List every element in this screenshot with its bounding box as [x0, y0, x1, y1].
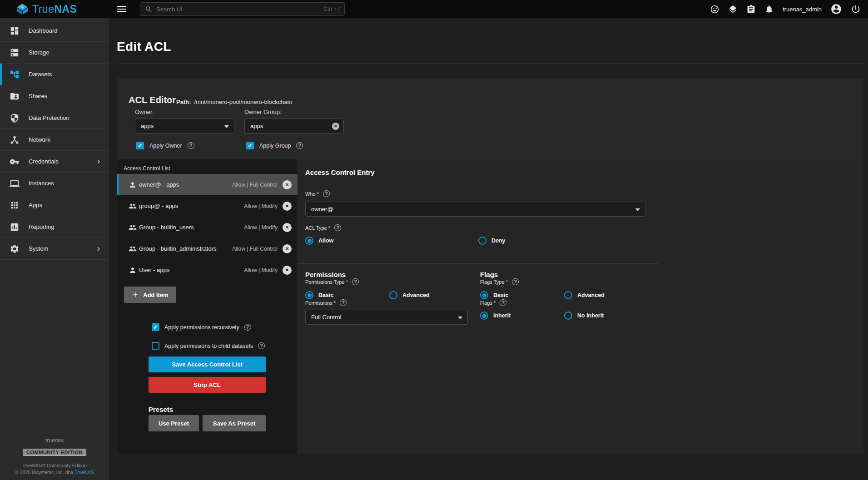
permissions-type-label: Permissions Type * — [305, 278, 480, 285]
group-icon — [129, 202, 137, 210]
owner-select[interactable]: apps — [135, 119, 234, 134]
sidebar-item-label: System — [29, 245, 48, 252]
add-item-button[interactable]: Add Item — [124, 287, 176, 303]
save-as-preset-button[interactable]: Save As Preset — [203, 415, 266, 431]
power-icon[interactable] — [851, 4, 861, 14]
flags-label: Flags * — [480, 299, 671, 306]
delete-entry-icon[interactable] — [283, 180, 292, 189]
copyright-text: © 2025 iXsystems, Inc. dba TrueNAS — [0, 470, 109, 475]
acl-entry-row[interactable]: User - apps Allow | Modify — [117, 259, 298, 281]
acl-editor-card: ACL Editor Path: /mnt/monero-pool/monero… — [117, 79, 863, 454]
flags-type-radio-group: Basic Advanced — [480, 291, 671, 299]
truenas-link[interactable]: TrueNAS — [74, 470, 94, 475]
use-preset-button[interactable]: Use Preset — [149, 415, 199, 431]
flags-inherit-radio[interactable]: Inherit — [480, 312, 564, 320]
help-icon[interactable] — [188, 142, 194, 149]
page-title: Edit ACL — [117, 40, 171, 54]
storage-icon — [10, 48, 20, 58]
search-box: Ctrl + / — [140, 2, 345, 16]
shield-icon — [10, 113, 20, 123]
acl-type-radio-group: Allow Deny — [305, 237, 651, 245]
username[interactable]: truenas_admin — [783, 6, 822, 13]
sidebar-item-label: Storage — [29, 49, 50, 56]
apply-owner-checkbox[interactable] — [136, 142, 144, 149]
flags-type-label: Flags Type * — [480, 278, 671, 285]
apply-group-checkbox-row: Apply Group — [246, 142, 303, 149]
help-icon[interactable] — [512, 278, 519, 285]
notifications-icon[interactable] — [764, 5, 774, 14]
permissions-type-radio-group: Basic Advanced — [305, 291, 480, 299]
help-icon[interactable] — [296, 142, 303, 149]
recursive-checkbox[interactable] — [152, 323, 159, 331]
help-icon[interactable] — [258, 342, 265, 349]
delete-entry-icon[interactable] — [283, 244, 292, 253]
sidebar-item-dashboard[interactable]: Dashboard — [0, 20, 109, 42]
truecommand-icon[interactable] — [728, 5, 738, 14]
feedback-icon[interactable] — [710, 5, 719, 14]
save-acl-button[interactable]: Save Access Control List — [149, 356, 266, 372]
sidebar-item-credentials[interactable]: Credentials — [0, 151, 109, 173]
acl-split-area: Access Control List owner@ - apps Allow … — [117, 159, 863, 454]
menu-icon[interactable] — [117, 5, 126, 14]
shared-folder-icon — [10, 91, 20, 101]
flags-no-inherit-radio[interactable]: No Inherit — [564, 312, 648, 320]
help-icon[interactable] — [334, 224, 341, 231]
strip-acl-button[interactable]: Strip ACL — [149, 377, 266, 393]
hostname: truenas — [0, 437, 109, 444]
acl-type-deny-radio[interactable]: Deny — [478, 237, 651, 245]
help-icon[interactable] — [500, 299, 506, 306]
ace-heading: Access Control Entry — [305, 168, 375, 176]
network-hub-icon — [10, 135, 20, 145]
sidebar-item-data-protection[interactable]: Data Protection — [0, 107, 109, 129]
permissions-select[interactable]: Full Control — [305, 310, 468, 325]
clear-icon[interactable] — [332, 123, 339, 130]
sidebar-item-shares[interactable]: Shares — [0, 85, 109, 107]
sidebar-item-label: Data Protection — [29, 114, 69, 121]
owner-group-input[interactable]: apps — [244, 119, 344, 134]
delete-entry-icon[interactable] — [283, 223, 292, 232]
search-icon — [145, 5, 153, 13]
apply-group-checkbox[interactable] — [246, 142, 254, 149]
chevron-down-icon — [635, 208, 640, 211]
help-icon[interactable] — [352, 278, 359, 285]
sidebar-item-network[interactable]: Network — [0, 129, 109, 151]
flags-type-basic-radio[interactable]: Basic — [480, 291, 564, 299]
delete-entry-icon[interactable] — [283, 202, 292, 211]
jobs-icon[interactable] — [746, 5, 756, 14]
user-avatar-icon[interactable] — [830, 3, 842, 15]
sidebar-item-datasets[interactable]: Datasets — [0, 64, 109, 85]
sidebar-item-apps[interactable]: Apps — [0, 194, 109, 216]
sidebar-item-instances[interactable]: Instances — [0, 173, 109, 194]
permissions-type-basic-radio[interactable]: Basic — [305, 291, 389, 299]
group-icon — [129, 245, 137, 253]
sidebar-item-system[interactable]: System — [0, 238, 109, 260]
sidebar-item-label: Credentials — [29, 158, 59, 165]
sidebar-item-label: Shares — [29, 93, 47, 99]
flags-heading: Flags — [480, 271, 671, 278]
chevron-right-icon — [94, 158, 103, 166]
access-control-list-panel: Access Control List owner@ - apps Allow … — [117, 159, 298, 454]
sidebar-item-reporting[interactable]: Reporting — [0, 216, 109, 238]
who-select[interactable]: owner@ — [305, 202, 645, 217]
acl-entry-row[interactable]: group@ - apps Allow | Modify — [117, 195, 298, 217]
topbar-actions: truenas_admin — [710, 3, 861, 15]
bar-chart-icon — [10, 222, 20, 232]
search-input[interactable] — [156, 6, 320, 13]
help-icon[interactable] — [244, 324, 251, 331]
acl-entry-row[interactable]: owner@ - apps Allow | Full Control — [117, 174, 298, 195]
acl-type-allow-radio[interactable]: Allow — [305, 237, 478, 245]
help-icon[interactable] — [323, 190, 330, 197]
child-datasets-checkbox[interactable] — [152, 342, 159, 350]
help-icon[interactable] — [340, 299, 347, 306]
flags-type-advanced-radio[interactable]: Advanced — [564, 291, 648, 299]
acl-entry-row[interactable]: Group - builtin_administrators Allow | F… — [117, 238, 298, 259]
delete-entry-icon[interactable] — [283, 266, 292, 275]
acl-entry-row[interactable]: Group - builtin_users Allow | Modify — [117, 217, 298, 238]
truenas-logo[interactable]: TrueNAS — [0, 3, 109, 15]
title-divider — [117, 64, 863, 64]
permissions-type-advanced-radio[interactable]: Advanced — [389, 291, 473, 299]
recursive-checkbox-row: Apply permissions recursively — [152, 323, 251, 331]
laptop-icon — [10, 178, 20, 188]
sidebar-item-storage[interactable]: Storage — [0, 42, 109, 64]
presets-heading: Presets — [149, 406, 173, 413]
